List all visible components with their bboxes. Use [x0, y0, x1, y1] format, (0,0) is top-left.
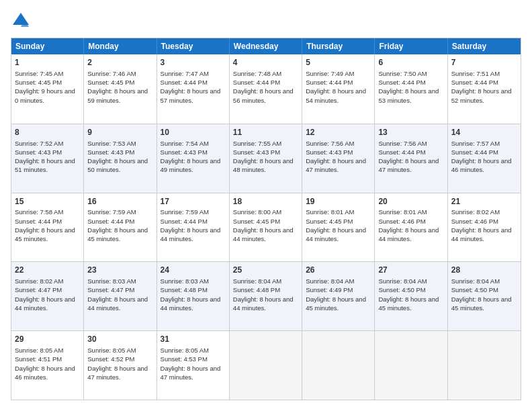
day-cell-18: 18 Sunrise: 8:00 AM Sunset: 4:45 PM Dayl… — [230, 193, 302, 262]
daylight-label: Daylight: 8 hours and 44 minutes. — [378, 226, 439, 242]
sunrise-label: Sunrise: 8:05 AM — [15, 347, 63, 354]
sunset-label: Sunset: 4:47 PM — [15, 286, 62, 293]
daylight-label: Daylight: 8 hours and 44 minutes. — [161, 295, 221, 312]
day-cell-24: 24 Sunrise: 8:03 AM Sunset: 4:48 PM Dayl… — [157, 262, 230, 330]
day-number: 25 — [233, 265, 298, 276]
day-number: 28 — [451, 265, 517, 276]
sunset-label: Sunset: 4:46 PM — [378, 218, 425, 225]
day-number: 29 — [15, 334, 80, 345]
day-number: 27 — [378, 265, 443, 276]
calendar-row-3: 15 Sunrise: 7:58 AM Sunset: 4:44 PM Dayl… — [11, 193, 521, 262]
day-cell-20: 20 Sunrise: 8:01 AM Sunset: 4:46 PM Dayl… — [375, 193, 447, 262]
day-cell-12: 12 Sunrise: 7:56 AM Sunset: 4:43 PM Dayl… — [302, 124, 375, 193]
sunset-label: Sunset: 4:47 PM — [87, 286, 134, 293]
calendar-row-5: 29 Sunrise: 8:05 AM Sunset: 4:51 PM Dayl… — [11, 330, 521, 400]
sunset-label: Sunset: 4:44 PM — [451, 79, 498, 86]
daylight-label: Daylight: 8 hours and 44 minutes. — [306, 226, 366, 242]
day-number: 15 — [15, 196, 80, 208]
daylight-label: Daylight: 8 hours and 49 minutes. — [161, 157, 221, 173]
daylight-label: Daylight: 8 hours and 44 minutes. — [233, 226, 294, 242]
sunset-label: Sunset: 4:52 PM — [87, 355, 134, 363]
page: SundayMondayTuesdayWednesdayThursdayFrid… — [0, 0, 532, 411]
empty-cell — [302, 331, 375, 400]
day-cell-21: 21 Sunrise: 8:02 AM Sunset: 4:46 PM Dayl… — [448, 193, 521, 262]
sunrise-label: Sunrise: 8:00 AM — [233, 208, 281, 216]
day-number: 4 — [233, 57, 298, 68]
daylight-label: Daylight: 9 hours and 0 minutes. — [15, 87, 75, 103]
sunrise-label: Sunrise: 7:45 AM — [15, 70, 63, 77]
day-number: 23 — [87, 265, 152, 276]
daylight-label: Daylight: 8 hours and 44 minutes. — [233, 295, 294, 312]
day-cell-3: 3 Sunrise: 7:47 AM Sunset: 4:44 PM Dayli… — [157, 54, 230, 124]
sunrise-label: Sunrise: 7:55 AM — [233, 140, 281, 147]
calendar: SundayMondayTuesdayWednesdayThursdayFrid… — [11, 38, 521, 400]
day-number: 12 — [306, 127, 371, 138]
day-header-wednesday: Wednesday — [230, 38, 302, 54]
daylight-label: Daylight: 8 hours and 56 minutes. — [233, 87, 294, 103]
sunrise-label: Sunrise: 7:47 AM — [161, 70, 209, 77]
sunrise-label: Sunrise: 7:59 AM — [161, 208, 209, 216]
sunset-label: Sunset: 4:44 PM — [15, 218, 62, 225]
sunrise-label: Sunrise: 8:04 AM — [451, 277, 500, 285]
day-header-thursday: Thursday — [302, 38, 375, 54]
sunset-label: Sunset: 4:44 PM — [161, 218, 208, 225]
calendar-row-1: 1 Sunrise: 7:45 AM Sunset: 4:45 PM Dayli… — [11, 54, 521, 124]
daylight-label: Daylight: 8 hours and 45 minutes. — [87, 226, 148, 242]
sunset-label: Sunset: 4:44 PM — [87, 218, 134, 225]
sunrise-label: Sunrise: 7:54 AM — [161, 140, 209, 147]
sunrise-label: Sunrise: 7:50 AM — [378, 70, 427, 77]
day-header-tuesday: Tuesday — [157, 38, 230, 54]
day-header-sunday: Sunday — [11, 38, 84, 54]
day-number: 20 — [378, 196, 443, 208]
daylight-label: Daylight: 8 hours and 59 minutes. — [87, 87, 148, 103]
sunrise-label: Sunrise: 7:49 AM — [306, 70, 354, 77]
sunrise-label: Sunrise: 8:05 AM — [87, 347, 136, 354]
sunset-label: Sunset: 4:44 PM — [161, 79, 208, 86]
daylight-label: Daylight: 8 hours and 47 minutes. — [306, 157, 366, 173]
day-cell-10: 10 Sunrise: 7:54 AM Sunset: 4:43 PM Dayl… — [157, 124, 230, 193]
daylight-label: Daylight: 8 hours and 44 minutes. — [161, 226, 221, 242]
sunset-label: Sunset: 4:43 PM — [233, 148, 280, 156]
daylight-label: Daylight: 8 hours and 45 minutes. — [378, 295, 439, 312]
day-cell-7: 7 Sunrise: 7:51 AM Sunset: 4:44 PM Dayli… — [448, 54, 521, 124]
daylight-label: Daylight: 8 hours and 47 minutes. — [161, 365, 221, 381]
calendar-body: 1 Sunrise: 7:45 AM Sunset: 4:45 PM Dayli… — [11, 54, 521, 400]
day-cell-14: 14 Sunrise: 7:57 AM Sunset: 4:44 PM Dayl… — [448, 124, 521, 193]
day-cell-15: 15 Sunrise: 7:58 AM Sunset: 4:44 PM Dayl… — [11, 193, 84, 262]
sunrise-label: Sunrise: 8:02 AM — [15, 277, 63, 285]
empty-cell — [230, 331, 302, 400]
sunset-label: Sunset: 4:53 PM — [161, 355, 208, 363]
sunset-label: Sunset: 4:43 PM — [87, 148, 134, 156]
sunrise-label: Sunrise: 7:58 AM — [15, 208, 63, 216]
daylight-label: Daylight: 8 hours and 50 minutes. — [87, 157, 148, 173]
sunset-label: Sunset: 4:44 PM — [233, 79, 280, 86]
sunset-label: Sunset: 4:43 PM — [306, 148, 353, 156]
sunrise-label: Sunrise: 7:48 AM — [233, 70, 281, 77]
day-number: 21 — [451, 196, 517, 208]
daylight-label: Daylight: 8 hours and 51 minutes. — [15, 157, 75, 173]
calendar-header: SundayMondayTuesdayWednesdayThursdayFrid… — [11, 38, 521, 54]
day-cell-6: 6 Sunrise: 7:50 AM Sunset: 4:44 PM Dayli… — [375, 54, 447, 124]
sunrise-label: Sunrise: 8:03 AM — [87, 277, 136, 285]
day-number: 13 — [378, 127, 443, 138]
day-cell-5: 5 Sunrise: 7:49 AM Sunset: 4:44 PM Dayli… — [302, 54, 375, 124]
sunset-label: Sunset: 4:44 PM — [306, 79, 353, 86]
day-number: 11 — [233, 127, 298, 138]
sunrise-label: Sunrise: 8:04 AM — [306, 277, 354, 285]
sunrise-label: Sunrise: 8:01 AM — [306, 208, 354, 216]
sunrise-label: Sunrise: 7:46 AM — [87, 70, 136, 77]
sunset-label: Sunset: 4:46 PM — [451, 218, 498, 225]
calendar-row-2: 8 Sunrise: 7:52 AM Sunset: 4:43 PM Dayli… — [11, 124, 521, 193]
sunset-label: Sunset: 4:49 PM — [306, 286, 353, 293]
day-cell-26: 26 Sunrise: 8:04 AM Sunset: 4:49 PM Dayl… — [302, 262, 375, 330]
day-cell-29: 29 Sunrise: 8:05 AM Sunset: 4:51 PM Dayl… — [11, 331, 84, 400]
sunrise-label: Sunrise: 8:04 AM — [233, 277, 281, 285]
day-number: 14 — [451, 127, 517, 138]
daylight-label: Daylight: 8 hours and 46 minutes. — [15, 365, 75, 381]
daylight-label: Daylight: 8 hours and 52 minutes. — [451, 87, 512, 103]
sunset-label: Sunset: 4:50 PM — [378, 286, 425, 293]
sunrise-label: Sunrise: 7:57 AM — [451, 140, 500, 147]
day-number: 9 — [87, 127, 152, 138]
day-number: 19 — [306, 196, 371, 208]
day-number: 8 — [15, 127, 80, 138]
